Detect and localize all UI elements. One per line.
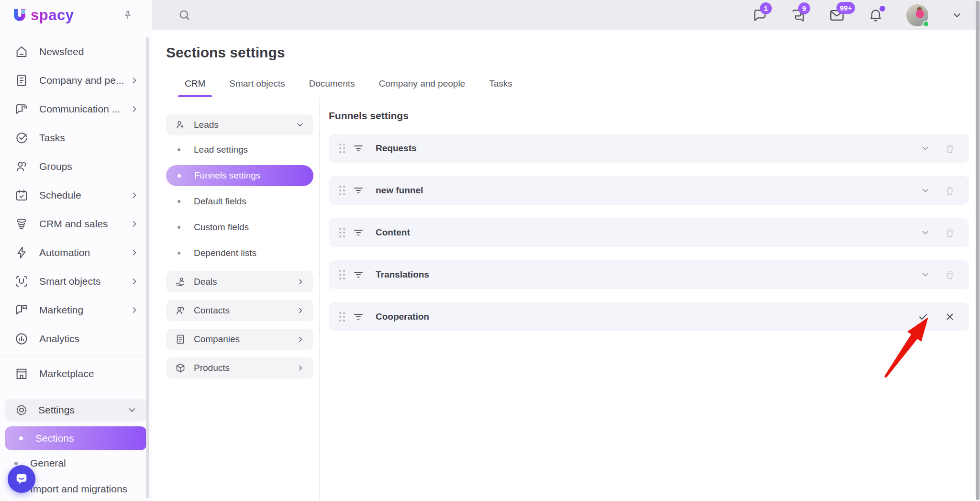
- profile-menu-chevron-icon[interactable]: [951, 10, 963, 21]
- sidebar-item-label: Smart objects: [39, 276, 100, 287]
- sidebar-item-automation[interactable]: Automation: [0, 238, 152, 267]
- funnel-row-requests: Requests: [329, 134, 969, 163]
- expand-funnel-icon[interactable]: [920, 227, 931, 238]
- collapsed-groups: Deals Contacts Companies Products: [166, 271, 313, 379]
- sidebar-item-schedule[interactable]: Schedule: [0, 181, 152, 210]
- funnel-name-edit-field[interactable]: Cooperation: [376, 312, 429, 322]
- active-bullet: [178, 174, 181, 178]
- subnav-item-label: Dependent lists: [194, 248, 256, 258]
- sidebar-item-label: General: [30, 457, 66, 469]
- funnel-lines-icon: [353, 269, 364, 280]
- sidebar-item-crm-and-sales[interactable]: CRM and sales: [0, 210, 152, 238]
- uspacy-logo[interactable]: spacy: [11, 6, 74, 25]
- bullet: [178, 252, 180, 255]
- subnav-item-lead-settings[interactable]: Lead settings: [166, 139, 313, 160]
- subnav-group-label: Leads: [194, 120, 219, 130]
- drag-handle-icon[interactable]: [339, 312, 345, 322]
- pin-sidebar-icon[interactable]: [122, 10, 134, 21]
- subnav-item-dependent-lists[interactable]: Dependent lists: [166, 243, 313, 264]
- expand-funnel-icon[interactable]: [920, 143, 931, 154]
- sidebar-item-sections[interactable]: Sections: [5, 426, 147, 450]
- drag-handle-icon[interactable]: [339, 270, 345, 279]
- page-title: Sections settings: [166, 45, 285, 61]
- mail-badge: 99+: [836, 2, 855, 14]
- funnel-lines-icon: [353, 227, 364, 238]
- funnel-name: Content: [376, 227, 410, 238]
- lightning-icon: [14, 245, 29, 260]
- sidebar-item-analytics[interactable]: Analytics: [0, 324, 152, 353]
- funnel-list: Requests new funnel Content: [329, 134, 969, 331]
- messenger-badge: 1: [760, 2, 772, 14]
- expand-funnel-icon[interactable]: [920, 185, 931, 196]
- support-chat-button[interactable]: [8, 465, 35, 493]
- bullet: [14, 462, 18, 465]
- funnel-name: Requests: [376, 143, 417, 154]
- sidebar-item-tasks[interactable]: Tasks: [0, 123, 152, 152]
- subnav-item-custom-fields[interactable]: Custom fields: [166, 217, 313, 238]
- subnav-group-deals[interactable]: Deals: [166, 271, 313, 292]
- deal-hand-icon: [175, 276, 186, 288]
- tab-tasks[interactable]: Tasks: [488, 78, 513, 97]
- subnav-group-products[interactable]: Products: [166, 357, 313, 379]
- main-content: Sections settings CRM Smart objects Docu…: [152, 30, 980, 501]
- subnav-group-leads[interactable]: Leads: [166, 114, 313, 135]
- chevron-right-icon: [130, 76, 139, 85]
- sidebar-item-label: Settings: [38, 404, 75, 416]
- page-scrollbar[interactable]: [976, 1, 980, 500]
- subnav-group-companies[interactable]: Companies: [166, 329, 313, 350]
- drag-handle-icon[interactable]: [339, 228, 345, 237]
- notifications-button[interactable]: [868, 8, 883, 23]
- expand-funnel-icon[interactable]: [920, 269, 931, 280]
- sidebar-item-settings[interactable]: Settings: [5, 399, 147, 422]
- topbar: 1 9 99+: [152, 0, 980, 30]
- drag-handle-icon[interactable]: [339, 144, 345, 153]
- cancel-rename-icon[interactable]: [944, 311, 956, 323]
- funnels-panel: Funnels settings Requests new funnel: [329, 97, 980, 501]
- drag-handle-icon[interactable]: [339, 186, 345, 195]
- sidebar-item-newsfeed[interactable]: Newsfeed: [0, 37, 152, 66]
- tab-documents[interactable]: Documents: [308, 78, 356, 97]
- subnav-group-contacts[interactable]: Contacts: [166, 300, 313, 321]
- avatar[interactable]: [906, 4, 928, 26]
- delete-funnel-icon[interactable]: [944, 143, 956, 154]
- comments-button[interactable]: 9: [791, 8, 806, 23]
- chevron-right-icon: [296, 335, 305, 344]
- funnel-row-new-funnel: new funnel: [329, 176, 969, 205]
- sidebar-scrollbar[interactable]: [146, 37, 149, 498]
- sidebar-nav: Newsfeed Company and pe... Communication…: [0, 30, 152, 501]
- sidebar-divider: [0, 356, 152, 356]
- sidebar-item-marketplace[interactable]: Marketplace: [0, 359, 152, 388]
- funnel-row-content: Content: [329, 218, 969, 247]
- delete-funnel-icon[interactable]: [944, 185, 956, 196]
- chevron-right-icon: [130, 277, 139, 286]
- subnav-item-default-fields[interactable]: Default fields: [166, 191, 313, 212]
- funnel-lines-icon: [353, 143, 364, 154]
- sidebar-item-label: Groups: [39, 161, 72, 172]
- funnel-lines-icon: [353, 185, 364, 196]
- delete-funnel-icon[interactable]: [944, 269, 956, 280]
- sidebar-item-groups[interactable]: Groups: [0, 152, 152, 181]
- sidebar-item-marketing[interactable]: Marketing: [0, 296, 152, 324]
- subnav-item-funnels-settings[interactable]: Funnels settings: [166, 165, 313, 186]
- tab-smart-objects[interactable]: Smart objects: [228, 78, 286, 97]
- funnel-name: new funnel: [376, 185, 423, 196]
- subnav-group-label: Products: [194, 363, 230, 373]
- people-icon: [175, 305, 186, 316]
- subnav-item-label: Funnels settings: [194, 170, 260, 181]
- delete-funnel-icon[interactable]: [944, 227, 956, 238]
- notification-dot: [880, 6, 885, 11]
- main-sidebar: spacy Newsfeed Company and pe... Communi…: [0, 0, 152, 501]
- mail-button[interactable]: 99+: [829, 7, 845, 23]
- tab-company-and-people[interactable]: Company and people: [378, 78, 467, 97]
- sidebar-item-smart-objects[interactable]: Smart objects: [0, 267, 152, 296]
- confirm-rename-icon[interactable]: [917, 311, 929, 323]
- sidebar-item-label: Automation: [39, 247, 90, 258]
- chat-phone-icon: [14, 102, 29, 116]
- messenger-button[interactable]: 1: [752, 8, 768, 23]
- search-icon[interactable]: [178, 8, 192, 22]
- sidebar-item-communication[interactable]: Communication ...: [0, 95, 152, 123]
- tab-crm[interactable]: CRM: [184, 78, 206, 97]
- sidebar-item-company-and-people[interactable]: Company and pe...: [0, 66, 152, 95]
- subnav-item-label: Lead settings: [194, 145, 248, 155]
- tabs-bar: CRM Smart objects Documents Company and …: [152, 77, 980, 97]
